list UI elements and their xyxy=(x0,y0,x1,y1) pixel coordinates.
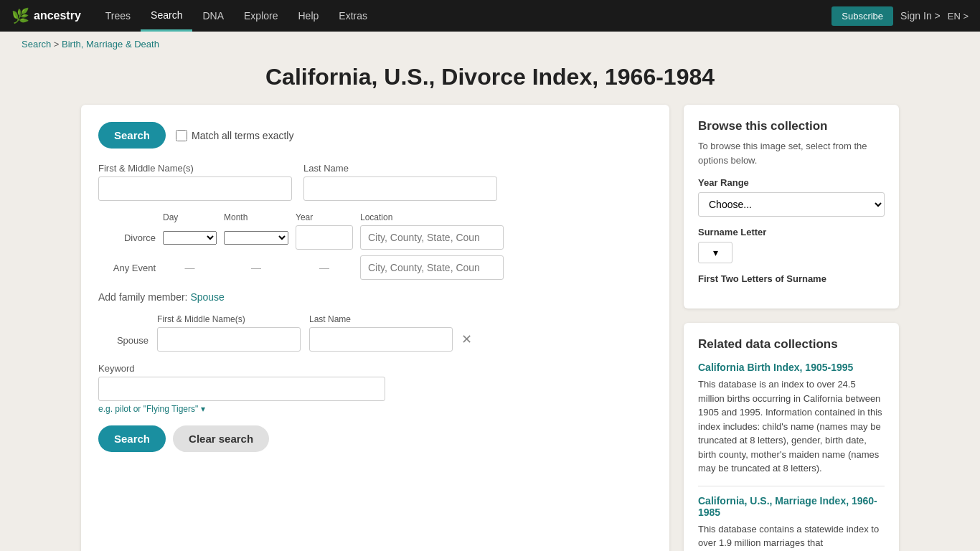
spouse-row: Spouse First & Middle Name(s) Last Name … xyxy=(98,314,652,352)
year-label: Year xyxy=(296,212,353,222)
spouse-link[interactable]: Spouse xyxy=(190,291,224,303)
nav-links: Trees Search DNA Explore Help Extras xyxy=(95,0,831,32)
spouse-last-label: Last Name xyxy=(309,314,453,324)
month-label: Month xyxy=(224,212,288,222)
any-event-label: Any Event xyxy=(98,263,156,273)
first-two-letters-group: First Two Letters of Surname xyxy=(698,273,885,284)
first-name-label: First & Middle Name(s) xyxy=(98,163,292,174)
keyword-input[interactable] xyxy=(98,377,385,401)
match-exact-label[interactable]: Match all terms exactly xyxy=(176,130,293,141)
last-name-group: Last Name xyxy=(303,163,497,201)
keyword-hint[interactable]: e.g. pilot or "Flying Tigers" ▾ xyxy=(98,404,652,414)
day-label: Day xyxy=(163,212,217,222)
spouse-label: Spouse xyxy=(98,335,149,352)
search-bottom-button[interactable]: Search xyxy=(98,425,166,452)
divorce-day-select[interactable] xyxy=(163,231,217,245)
sidebar: Browse this collection To browse this im… xyxy=(684,105,899,551)
breadcrumb-separator: > xyxy=(54,39,62,50)
search-form-card: Search Match all terms exactly First & M… xyxy=(81,105,669,551)
divorce-label: Divorce xyxy=(98,232,156,243)
nav-right: Subscribe Sign In > EN > xyxy=(831,6,969,26)
divorce-year-input[interactable] xyxy=(296,225,353,250)
related-link-0[interactable]: California Birth Index, 1905-1995 xyxy=(698,362,885,373)
match-exact-checkbox[interactable] xyxy=(176,130,187,141)
surname-letter-label: Surname Letter xyxy=(698,227,885,237)
spouse-last-input[interactable] xyxy=(309,327,453,352)
nav-trees[interactable]: Trees xyxy=(95,0,141,32)
related-link-1[interactable]: California, U.S., Marriage Index, 1960-1… xyxy=(698,495,885,518)
surname-letter-dropdown[interactable]: ▾ xyxy=(698,242,732,263)
nav-search[interactable]: Search xyxy=(141,0,192,32)
keyword-section: Keyword e.g. pilot or "Flying Tigers" ▾ xyxy=(98,363,652,414)
nav-help[interactable]: Help xyxy=(288,0,329,32)
spouse-first-input[interactable] xyxy=(157,327,301,352)
related-title: Related data collections xyxy=(698,337,885,352)
subscribe-button[interactable]: Subscribe xyxy=(831,6,893,26)
name-row: First & Middle Name(s) Last Name xyxy=(98,163,652,201)
remove-spouse-button[interactable]: ✕ xyxy=(461,331,472,352)
any-event-dash2: — xyxy=(224,262,288,273)
last-name-label: Last Name xyxy=(303,163,497,174)
first-name-group: First & Middle Name(s) xyxy=(98,163,292,201)
logo[interactable]: 🌿 ancestry xyxy=(11,7,81,24)
nav-extras[interactable]: Extras xyxy=(329,0,377,32)
search-top-row: Search Match all terms exactly xyxy=(98,122,652,149)
language-selector[interactable]: EN > xyxy=(948,11,969,22)
bottom-buttons: Search Clear search xyxy=(98,425,652,452)
logo-text: ancestry xyxy=(34,9,81,22)
nav-explore[interactable]: Explore xyxy=(234,0,288,32)
spouse-first-group: First & Middle Name(s) xyxy=(157,314,301,352)
breadcrumb: Search > Birth, Marriage & Death xyxy=(0,32,980,57)
surname-letter-group: Surname Letter ▾ xyxy=(698,227,885,263)
spouse-first-label: First & Middle Name(s) xyxy=(157,314,301,324)
page-title: California, U.S., Divorce Index, 1966-19… xyxy=(0,64,980,90)
breadcrumb-section[interactable]: Birth, Marriage & Death xyxy=(62,39,159,50)
keyword-label: Keyword xyxy=(98,363,652,374)
clear-search-button[interactable]: Clear search xyxy=(173,425,269,452)
any-event-row: Any Event — — — xyxy=(98,255,652,280)
divorce-month-select[interactable] xyxy=(224,231,288,245)
any-event-location-input[interactable] xyxy=(360,255,504,280)
related-separator xyxy=(698,486,885,486)
first-two-letters-label: First Two Letters of Surname xyxy=(698,273,885,284)
year-range-label: Year Range xyxy=(698,177,885,188)
browse-card: Browse this collection To browse this im… xyxy=(684,105,899,309)
location-label: Location xyxy=(360,212,392,222)
nav-dna[interactable]: DNA xyxy=(192,0,234,32)
first-name-input[interactable] xyxy=(98,176,292,201)
divorce-row: Divorce xyxy=(98,225,652,250)
main-layout: Search Match all terms exactly First & M… xyxy=(60,105,920,551)
any-event-dash1: — xyxy=(163,262,217,273)
related-desc-1: This database contains a statewide index… xyxy=(698,522,885,550)
browse-title: Browse this collection xyxy=(698,119,885,133)
spouse-last-group: Last Name xyxy=(309,314,453,352)
logo-icon: 🌿 xyxy=(11,7,29,24)
year-range-group: Year Range Choose... xyxy=(698,177,885,217)
any-event-dash3: — xyxy=(296,262,353,273)
last-name-input[interactable] xyxy=(303,176,497,201)
divorce-location-input[interactable] xyxy=(360,225,504,250)
search-button[interactable]: Search xyxy=(98,122,166,149)
event-section: Day Month Year Location Divorce Any Even xyxy=(98,212,652,280)
match-exact-text: Match all terms exactly xyxy=(192,130,293,141)
related-desc-0: This database is an index to over 24.5 m… xyxy=(698,377,885,476)
signin-button[interactable]: Sign In > xyxy=(900,10,941,22)
breadcrumb-search[interactable]: Search xyxy=(22,39,51,50)
add-family-section: Add family member: Spouse xyxy=(98,291,652,303)
add-family-label: Add family member: xyxy=(98,291,187,303)
year-range-select[interactable]: Choose... xyxy=(698,192,885,217)
browse-desc: To browse this image set, select from th… xyxy=(698,139,885,167)
chevron-down-icon: ▾ xyxy=(713,247,718,258)
navigation: 🌿 ancestry Trees Search DNA Explore Help… xyxy=(0,0,980,32)
related-card: Related data collections California Birt… xyxy=(684,323,899,551)
sub-labels-row: Day Month Year Location xyxy=(98,212,652,222)
